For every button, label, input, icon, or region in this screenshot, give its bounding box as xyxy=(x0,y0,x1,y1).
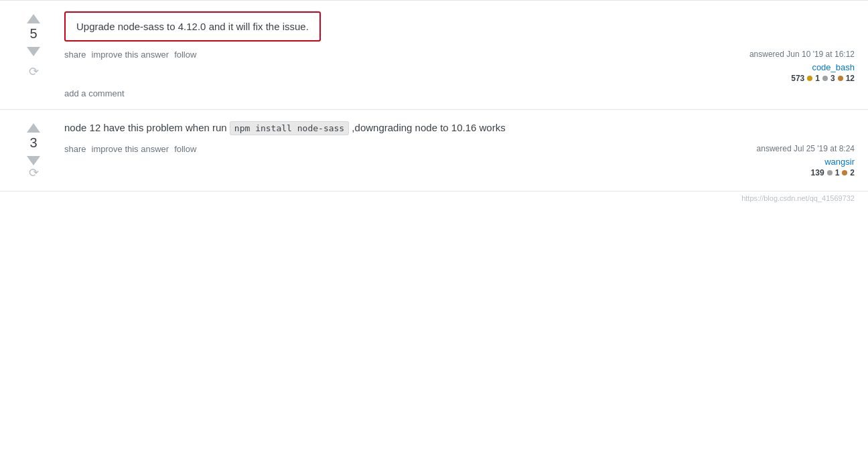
answer-info-2: answered Jul 25 '19 at 8:24 wangsir 139 … xyxy=(757,144,855,177)
silver-count-2: 1 xyxy=(835,168,840,177)
answer-actions-2: share improve this answer follow xyxy=(64,144,196,154)
answer-content-2: node 12 have this problem when run npm i… xyxy=(54,121,855,180)
answer-info-1: answered Jun 10 '19 at 16:12 code_bash 5… xyxy=(749,50,855,83)
improve-link-1[interactable]: improve this answer xyxy=(92,50,169,60)
bronze-badge-dot-2 xyxy=(842,170,847,175)
username-1[interactable]: code_bash xyxy=(812,62,855,72)
answer-text-boxed-1: Upgrade node-sass to 4.12.0 and it will … xyxy=(64,11,321,42)
rep-count-2: 139 xyxy=(811,168,824,177)
user-rep-2: 139 1 2 xyxy=(757,168,855,177)
vote-up-button-1[interactable] xyxy=(27,14,40,23)
follow-link-2[interactable]: follow xyxy=(174,144,196,154)
bronze-badge-dot-1 xyxy=(838,76,843,81)
answer-block-2: 3 ⟳ node 12 have this problem when run n… xyxy=(0,110,868,192)
answered-label-1: answered Jun 10 '19 at 16:12 xyxy=(749,50,855,59)
add-comment-1[interactable]: add a comment xyxy=(64,88,125,98)
share-link-1[interactable]: share xyxy=(64,50,86,60)
answer-content-1: Upgrade node-sass to 4.12.0 and it will … xyxy=(54,11,855,98)
vote-up-button-2[interactable] xyxy=(27,123,40,133)
answered-label-2: answered Jul 25 '19 at 8:24 xyxy=(757,144,855,153)
bronze-count-1: 12 xyxy=(846,74,855,83)
silver-count-1: 3 xyxy=(830,74,835,83)
vote-down-button-1[interactable] xyxy=(27,47,40,56)
answer-block-1: 5 ⟳ Upgrade node-sass to 4.12.0 and it w… xyxy=(0,0,868,110)
vote-count-1: 5 xyxy=(29,26,37,42)
gold-badge-dot-1 xyxy=(807,76,812,81)
bronze-count-2: 2 xyxy=(850,168,855,177)
answer-text-after-2: ,downgrading node to 10.16 works xyxy=(349,122,506,133)
vote-count-2: 3 xyxy=(29,135,37,151)
answer-actions-1: share improve this answer follow xyxy=(64,50,196,60)
vote-column-1: 5 ⟳ xyxy=(13,11,54,98)
follow-link-1[interactable]: follow xyxy=(174,50,196,60)
rep-count-1: 573 xyxy=(791,74,804,83)
silver-badge-dot-2 xyxy=(827,170,833,175)
actions-meta-row-1: share improve this answer follow answere… xyxy=(64,50,855,83)
gold-count-1: 1 xyxy=(815,74,820,83)
answer-text-before-2: node 12 have this problem when run xyxy=(64,122,230,133)
silver-badge-dot-1 xyxy=(822,76,828,81)
answer-text-plain-2: node 12 have this problem when run npm i… xyxy=(64,121,855,136)
username-2[interactable]: wangsir xyxy=(824,157,855,167)
answer-inline-code-2: npm install node-sass xyxy=(230,121,349,135)
vote-down-button-2[interactable] xyxy=(27,156,40,165)
watermark: https://blog.csdn.net/qq_41569732 xyxy=(0,192,868,208)
improve-link-2[interactable]: improve this answer xyxy=(92,144,169,154)
user-rep-1: 573 1 3 12 xyxy=(749,74,855,83)
share-link-2[interactable]: share xyxy=(64,144,86,154)
history-button-2[interactable]: ⟳ xyxy=(29,165,39,180)
history-button-1[interactable]: ⟳ xyxy=(29,64,39,79)
actions-meta-row-2: share improve this answer follow answere… xyxy=(64,144,855,177)
vote-column-2: 3 ⟳ xyxy=(13,121,54,180)
